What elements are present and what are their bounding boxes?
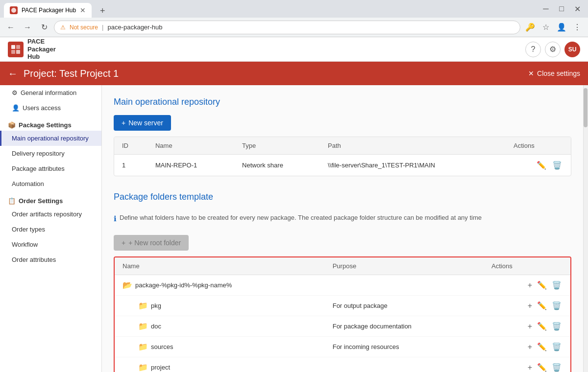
col-id: ID: [114, 137, 147, 155]
key-icon-button[interactable]: 🔑: [523, 21, 537, 34]
folders-table-header: Name Purpose Actions: [115, 257, 570, 275]
main-repo-table-container: ID Name Type Path Actions 1: [114, 137, 571, 176]
delete-row-button[interactable]: 🗑️: [551, 160, 563, 171]
tab-title: PACE Packager Hub: [22, 7, 76, 14]
info-bar: ℹ Define what folders have to be created…: [114, 210, 571, 227]
sidebar-item-general-information[interactable]: ⚙ General information: [0, 85, 101, 100]
row-actions: ✏️ 🗑️: [506, 155, 571, 176]
address-bar[interactable]: ⚠ Not secure | pace-packager-hub: [54, 21, 520, 34]
table-row: 📁 doc For package documentation + ✏: [115, 316, 570, 337]
profile-button[interactable]: 👤: [555, 21, 568, 34]
content-area: Main operational repository + New server…: [102, 85, 583, 372]
row-path: \\file-server\Share_1\TEST-PR1\MAIN: [320, 155, 506, 176]
folder-name-text: pkg: [151, 302, 161, 309]
sidebar-item-main-operational-repository[interactable]: Main operational repository: [0, 131, 101, 146]
sidebar-item-order-attributes[interactable]: Order attributes: [0, 252, 101, 267]
new-root-folder-button[interactable]: + + New root folder: [114, 235, 189, 251]
folder-name-text: doc: [151, 323, 161, 330]
sidebar-item-automation[interactable]: Automation: [0, 176, 101, 191]
sidebar-section-order-settings: 📋 Order Settings: [0, 191, 101, 207]
edit-folder-button[interactable]: ✏️: [536, 341, 548, 352]
folder-open-icon: 📂: [122, 280, 132, 290]
close-button[interactable]: ✕: [570, 2, 584, 16]
edit-folder-button[interactable]: ✏️: [536, 300, 548, 311]
delete-folder-button[interactable]: 🗑️: [551, 362, 563, 372]
folder-name-wrapper: 📁 project: [122, 363, 317, 372]
app-logo: PACE Packager Hub: [8, 38, 56, 61]
add-subfolder-button[interactable]: +: [527, 279, 533, 291]
browser-tab[interactable]: PACE Packager Hub ✕: [4, 3, 92, 18]
scrollbar[interactable]: [583, 85, 588, 372]
project-back-button[interactable]: ←: [8, 68, 18, 79]
delete-folder-button[interactable]: 🗑️: [551, 341, 563, 352]
table-row: 📁 project + ✏️: [115, 357, 570, 372]
edit-folder-button[interactable]: ✏️: [536, 279, 548, 291]
main-layout: ⚙ General information 👤 Users access 📦 P…: [0, 85, 588, 372]
browser-window: PACE Packager Hub ✕ + ─ □ ✕ ← → ↻ ⚠ Not …: [0, 0, 588, 372]
edit-folder-button[interactable]: ✏️: [536, 362, 548, 372]
svg-rect-1: [11, 45, 15, 49]
tab-favicon: [10, 6, 18, 14]
folder-name-cell: 📂 package-%pkg-id%-%pkg-name%: [115, 275, 325, 296]
folder-name-cell: 📁 project: [115, 357, 325, 372]
sidebar-item-order-types[interactable]: Order types: [0, 222, 101, 237]
add-subfolder-button[interactable]: +: [527, 362, 533, 372]
add-subfolder-button[interactable]: +: [527, 321, 533, 332]
new-tab-button[interactable]: +: [96, 4, 109, 18]
sidebar-item-delivery-repository[interactable]: Delivery repository: [0, 146, 101, 161]
folder-icon: 📁: [138, 342, 148, 351]
back-button[interactable]: ←: [4, 21, 18, 34]
sidebar-item-package-attributes[interactable]: Package attributes: [0, 161, 101, 176]
folder-row-actions: + ✏️ 🗑️: [491, 341, 563, 352]
new-server-button[interactable]: + New server: [114, 115, 171, 131]
menu-button[interactable]: ⋮: [570, 21, 584, 34]
sidebar-item-workflow[interactable]: Workflow: [0, 237, 101, 252]
tab-close-button[interactable]: ✕: [80, 6, 86, 14]
add-subfolder-button[interactable]: +: [527, 341, 533, 352]
svg-rect-3: [11, 50, 15, 54]
new-root-folder-label: + New root folder: [128, 239, 181, 247]
minimize-button[interactable]: ─: [539, 2, 553, 16]
folder-actions-cell: + ✏️ 🗑️: [484, 337, 570, 357]
security-warning-icon: ⚠: [60, 24, 66, 31]
folder-icon: 📁: [138, 301, 148, 310]
delete-folder-button[interactable]: 🗑️: [551, 279, 563, 291]
table-row: 1 MAIN-REPO-1 Network share \\file-serve…: [114, 155, 571, 176]
project-header: ← Project: Test Project 1 ✕ Close settin…: [0, 62, 588, 85]
edit-row-button[interactable]: ✏️: [536, 160, 547, 171]
maximize-button[interactable]: □: [555, 2, 568, 16]
help-button[interactable]: ?: [525, 42, 541, 57]
project-title: Project: Test Project 1: [24, 68, 528, 79]
edit-folder-button[interactable]: ✏️: [536, 321, 548, 332]
folder-row-actions: + ✏️ 🗑️: [491, 300, 563, 311]
order-settings-icon: 📋: [8, 197, 16, 205]
close-settings-label: Close settings: [537, 70, 580, 77]
folder-purpose-cell: [325, 357, 484, 372]
settings-button[interactable]: ⚙: [545, 42, 561, 57]
delete-folder-button[interactable]: 🗑️: [551, 300, 563, 311]
refresh-button[interactable]: ↻: [37, 21, 51, 34]
header-actions: ? ⚙ SU: [525, 42, 580, 57]
folder-name-wrapper: 📁 sources: [122, 342, 317, 351]
forward-button[interactable]: →: [21, 21, 34, 34]
logo-icon: [8, 42, 24, 57]
user-avatar[interactable]: SU: [564, 42, 580, 57]
add-subfolder-button[interactable]: +: [527, 300, 533, 311]
close-settings-button[interactable]: ✕ Close settings: [528, 70, 580, 77]
package-folders-template-section: Package folders template ℹ Define what f…: [114, 192, 571, 372]
row-name: MAIN-REPO-1: [147, 155, 234, 176]
app-header: PACE Packager Hub ? ⚙ SU: [0, 37, 588, 62]
folders-col-actions: Actions: [484, 257, 570, 275]
folder-purpose-cell: [325, 275, 484, 296]
sidebar-item-users-access[interactable]: 👤 Users access: [0, 100, 101, 116]
folder-actions-cell: + ✏️ 🗑️: [484, 296, 570, 316]
svg-rect-4: [16, 50, 20, 54]
general-information-icon: ⚙: [12, 89, 18, 96]
delete-folder-button[interactable]: 🗑️: [551, 321, 563, 332]
url-display: pace-packager-hub: [107, 23, 162, 31]
bookmark-button[interactable]: ☆: [539, 21, 553, 34]
sidebar-item-order-artifacts-repository[interactable]: Order artifacts repository: [0, 207, 101, 222]
new-server-label: New server: [128, 119, 163, 127]
sidebar: ⚙ General information 👤 Users access 📦 P…: [0, 85, 102, 372]
table-row: 📁 pkg For output package + ✏️: [115, 296, 570, 316]
